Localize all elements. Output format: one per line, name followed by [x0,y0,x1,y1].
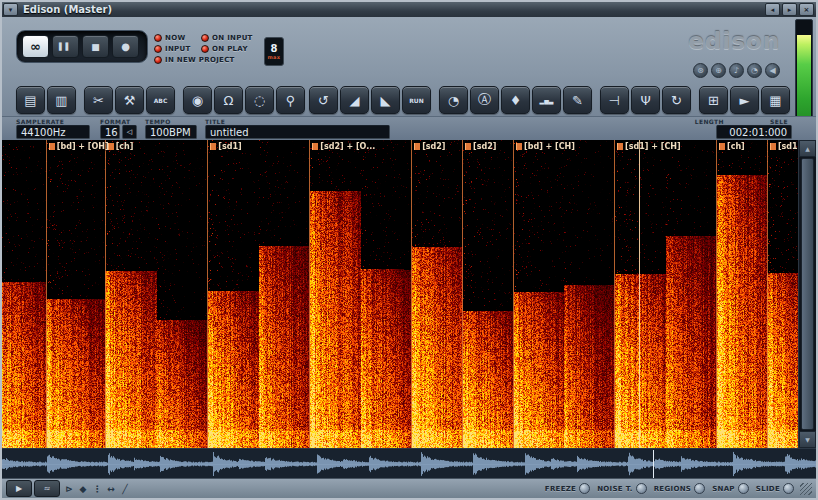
scroll-up-button[interactable]: ▲ [799,140,816,157]
play-icon: ▶ [16,484,22,493]
nav-left-button[interactable]: ◂ [765,3,780,16]
resize-grip[interactable] [800,483,812,495]
v-zoom-button[interactable]: ⋮ [90,484,104,494]
title-value[interactable]: untitled [205,125,390,139]
trim-button[interactable]: ⊣ [600,86,629,114]
option-label: IN NEW PROJECT [165,56,235,64]
select-label: SELE [770,118,788,125]
fx-icon[interactable]: ⊛ [693,63,708,78]
status-bar: ▶≈⊳◆⋮↔╱ FREEZENOISE T.REGIONSSNAPSLIDE [2,478,816,498]
record-bars-selector[interactable]: 8 max [264,37,284,66]
scroll-down-button[interactable]: ▼ [799,431,816,448]
wave-view-button[interactable]: ≈ [34,480,60,497]
jog-icon: ⊳ [65,484,73,494]
vertical-scrollbar[interactable]: ▲ ▼ [798,140,816,448]
grid-button[interactable]: ▦ [761,86,790,114]
tools-button[interactable]: ⚒ [115,86,144,114]
toggle-knob[interactable] [694,483,705,494]
run-icon: RUN [409,97,424,104]
stop-button[interactable]: ■ [82,35,109,58]
jog-button[interactable]: ⊳ [62,484,76,494]
zoom-button[interactable]: ⚲ [276,86,305,114]
loop-icon: ∞ [30,39,41,54]
sphere-icon[interactable]: ⊕ [711,63,726,78]
magnet-icon: Ω [224,93,234,108]
media-icon[interactable]: ♪ [729,63,744,78]
marker-jump-button[interactable]: ◆ [76,484,90,494]
input-led-icon [154,45,162,53]
title-bar[interactable]: ▾ Edison (Master) ◂ ▸ × [2,2,816,18]
record-button[interactable]: ● [112,35,139,58]
toggle-knob[interactable] [738,483,749,494]
trim-icon: ⊣ [609,93,620,108]
dial-icon[interactable]: ◔ [747,63,762,78]
toggle-slide[interactable]: SLIDE [756,483,794,494]
script-button[interactable]: ABC [146,86,175,114]
channels-button[interactable]: ◁ [122,125,137,139]
option-input[interactable]: INPUT [154,45,191,53]
cut-button[interactable]: ✂ [84,86,113,114]
time-button[interactable]: ↺ [309,86,338,114]
tempo-value[interactable]: 100BPM [145,125,197,139]
format-value[interactable]: 16 [100,125,120,139]
cut-icon: ✂ [93,93,104,108]
nav-right-button[interactable]: ▸ [782,3,797,16]
gauge-icon: ◔ [448,93,459,108]
blur-icon: ♦ [510,93,522,108]
amp-button[interactable]: Ⓐ [470,86,499,114]
h-zoom-button[interactable]: ↔ [104,484,118,494]
slide-button[interactable]: ╱ [118,484,132,494]
toggle-freeze[interactable]: FREEZE [545,483,590,494]
window-menu-button[interactable]: ▾ [3,3,18,16]
length-text: 002:01:000 [729,127,787,138]
toggle-snap[interactable]: SNAP [712,483,749,494]
option-in-new-project[interactable]: IN NEW PROJECT [154,56,235,64]
send-button[interactable]: ► [730,86,759,114]
split-button[interactable]: Ψ [631,86,660,114]
speaker-icon[interactable]: ◀ [765,63,780,78]
scrollbar-thumb[interactable] [801,158,814,430]
toggle-knob[interactable] [783,483,794,494]
overview-waveform[interactable] [2,449,816,479]
in-new-project-led-icon [154,56,162,64]
record-icon: ● [121,41,130,52]
spectrogram-canvas[interactable] [2,140,798,448]
tools-icon: ⚒ [124,93,136,108]
v-zoom-icon: ⋮ [93,484,102,494]
option-on-input[interactable]: ON INPUT [201,34,253,42]
marker-jump-icon: ◆ [80,484,87,494]
title-label: TITLE [205,118,225,125]
bars-value: 8 [271,43,278,54]
magnet-button[interactable]: Ω [214,86,243,114]
toggle-noise-t-[interactable]: NOISE T. [597,483,646,494]
toggle-knob[interactable] [579,483,590,494]
fade-in-button[interactable]: ◢ [340,86,369,114]
window-title: Edison (Master) [23,4,112,15]
overview-strip [2,448,816,479]
view-button[interactable]: ◉ [183,86,212,114]
option-now[interactable]: NOW [154,34,185,42]
now-led-icon [154,34,162,42]
play-button[interactable]: ▶ [6,480,32,497]
run-button[interactable]: RUN [402,86,431,114]
save-button[interactable]: ▤ [16,86,45,114]
toolbar-left-group: ▤▥✂⚒ABC◉Ω◌⚲ [16,86,307,114]
eq-icon: ▂▅▃ [540,97,554,104]
blur-button[interactable]: ♦ [501,86,530,114]
eq-plus-button[interactable]: ⊞ [699,86,728,114]
toggle-knob[interactable] [636,483,647,494]
option-label: ON INPUT [212,34,253,42]
pause-button[interactable]: ▌▌ [52,35,79,58]
convert-button[interactable]: ↻ [662,86,691,114]
select-button[interactable]: ◌ [245,86,274,114]
option-on-play[interactable]: ON PLAY [201,45,248,53]
gauge-button[interactable]: ◔ [439,86,468,114]
draw-button[interactable]: ✎ [563,86,592,114]
fade-out-button[interactable]: ◣ [371,86,400,114]
loop-record-button[interactable]: ∞ [22,35,49,58]
eq-button[interactable]: ▂▅▃ [532,86,561,114]
close-button[interactable]: × [799,3,814,16]
file-button[interactable]: ▥ [47,86,76,114]
length-value: 002:01:000 [716,125,792,139]
toggle-regions[interactable]: REGIONS [654,483,705,494]
